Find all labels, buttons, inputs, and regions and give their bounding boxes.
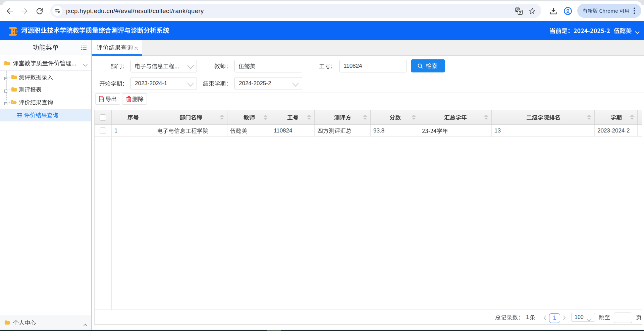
svg-text:PDF: PDF bbox=[100, 99, 103, 101]
